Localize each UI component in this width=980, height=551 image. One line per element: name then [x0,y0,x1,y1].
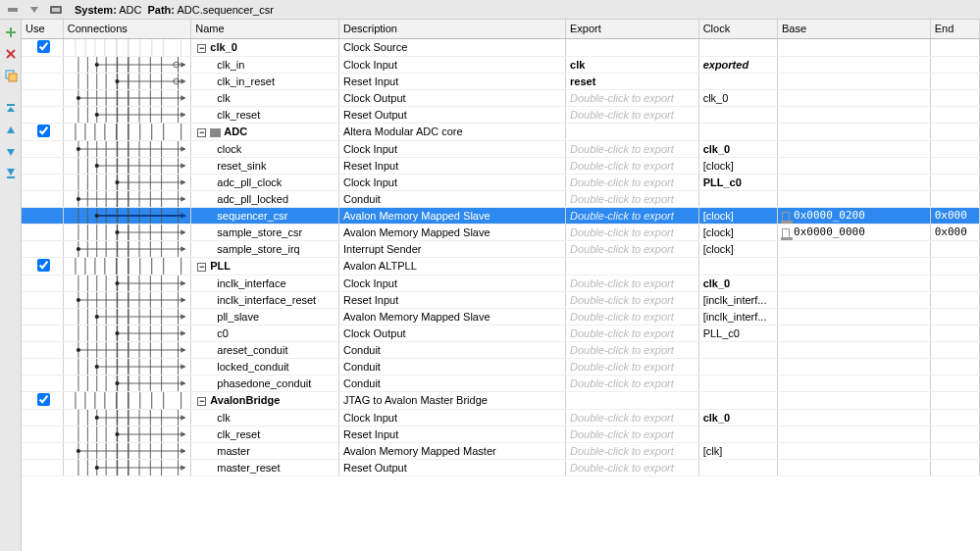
col-use[interactable]: Use [22,20,63,38]
export-cell[interactable] [566,391,699,409]
name-cell[interactable]: locked_conduit [191,358,339,375]
connections-cell[interactable] [63,308,191,325]
col-connections[interactable]: Connections [63,20,191,38]
interface-row[interactable]: areset_conduitConduitDouble-click to exp… [22,341,980,358]
use-cell[interactable] [22,106,63,123]
use-cell[interactable] [22,391,63,409]
remove-button[interactable] [2,45,20,63]
use-cell[interactable] [22,140,63,157]
clock-cell[interactable] [698,375,777,391]
name-cell[interactable]: c0 [191,325,339,341]
export-cell[interactable] [566,257,699,275]
use-cell[interactable] [22,308,63,325]
clock-cell[interactable] [698,190,777,207]
interface-row[interactable]: inclk_interface_resetReset InputDouble-c… [22,291,980,308]
connections-cell[interactable] [63,89,191,106]
use-cell[interactable] [22,174,63,190]
interface-row[interactable]: clk_resetReset InputDouble-click to expo… [22,426,980,442]
base-cell[interactable] [778,257,931,275]
export-cell[interactable]: Double-click to export [566,275,699,291]
name-cell[interactable]: inclk_interface_reset [191,291,339,308]
connections-cell[interactable] [63,325,191,341]
base-cell[interactable] [778,341,931,358]
clock-cell[interactable]: clk_0 [698,275,777,291]
export-cell[interactable]: Double-click to export [566,358,699,375]
name-cell[interactable]: reset_sink [191,157,339,174]
use-cell[interactable] [22,207,63,224]
name-cell[interactable]: areset_conduit [191,341,339,358]
move-up-button[interactable] [2,122,20,139]
collapse-all-button[interactable] [4,1,22,19]
clock-cell[interactable] [698,358,777,375]
system-table[interactable]: Use Connections Name Description Export … [22,20,980,551]
clock-cell[interactable] [698,106,777,123]
name-cell[interactable]: phasedone_conduit [191,375,339,391]
use-cell[interactable] [22,190,63,207]
col-base[interactable]: Base [778,20,931,38]
name-cell[interactable]: clk_in [191,56,339,73]
clock-cell[interactable]: [clock] [698,207,777,224]
clock-cell[interactable]: [clock] [698,157,777,174]
use-cell[interactable] [22,157,63,174]
base-cell[interactable] [778,106,931,123]
base-cell[interactable] [778,240,931,257]
base-cell[interactable] [778,174,931,190]
name-cell[interactable]: adc_pll_locked [191,190,339,207]
interface-row[interactable]: clk_resetReset OutputDouble-click to exp… [22,106,980,123]
add-button[interactable] [2,24,20,41]
base-cell[interactable] [778,459,931,476]
use-checkbox[interactable] [37,393,50,406]
base-cell[interactable] [778,325,931,341]
clock-cell[interactable] [698,459,777,476]
export-cell[interactable] [566,38,699,56]
name-cell[interactable]: clk_in_reset [191,73,339,89]
use-cell[interactable] [22,325,63,341]
base-cell[interactable] [778,140,931,157]
use-cell[interactable] [22,275,63,291]
base-cell[interactable] [778,123,931,140]
interface-row[interactable]: clkClock InputDouble-click to exportclk_… [22,409,980,426]
connections-cell[interactable] [63,56,191,73]
col-description[interactable]: Description [338,20,565,38]
use-cell[interactable] [22,409,63,426]
use-cell[interactable] [22,375,63,391]
connections-cell[interactable] [63,442,191,459]
export-cell[interactable]: Double-click to export [566,106,699,123]
col-end[interactable]: End [930,20,979,38]
interface-row[interactable]: locked_conduitConduitDouble-click to exp… [22,358,980,375]
base-cell[interactable] [778,442,931,459]
move-top-button[interactable] [2,100,20,118]
export-cell[interactable]: Double-click to export [566,291,699,308]
name-cell[interactable]: clk_reset [191,106,339,123]
name-cell[interactable]: −clk_0 [191,38,339,56]
use-cell[interactable] [22,73,63,89]
clock-cell[interactable]: clk_0 [698,409,777,426]
name-cell[interactable]: clk_reset [191,426,339,442]
clock-cell[interactable]: [inclk_interf... [698,291,777,308]
export-cell[interactable]: Double-click to export [566,308,699,325]
collapse-icon[interactable]: − [197,128,206,137]
interface-row[interactable]: clk_inClock Inputclkexported [22,56,980,73]
export-cell[interactable]: Double-click to export [566,157,699,174]
clock-cell[interactable]: PLL_c0 [698,174,777,190]
base-cell[interactable]: 0x0000_0000 [778,224,931,240]
clock-cell[interactable]: [clock] [698,224,777,240]
base-cell[interactable] [778,38,931,56]
name-cell[interactable]: −PLL [191,257,339,275]
interface-row[interactable]: phasedone_conduitConduitDouble-click to … [22,375,980,391]
connections-cell[interactable] [63,207,191,224]
base-cell[interactable]: 0x0000_0200 [778,207,931,224]
clock-cell[interactable] [698,391,777,409]
use-checkbox[interactable] [37,40,50,53]
connections-cell[interactable] [63,391,191,409]
use-cell[interactable] [22,123,63,140]
move-down-button[interactable] [2,143,20,161]
use-checkbox[interactable] [37,259,50,272]
interface-row[interactable]: sample_store_irqInterrupt SenderDouble-c… [22,240,980,257]
duplicate-button[interactable] [2,67,20,84]
connections-cell[interactable] [63,409,191,426]
export-cell[interactable] [566,123,699,140]
use-cell[interactable] [22,358,63,375]
export-cell[interactable]: Double-click to export [566,89,699,106]
base-cell[interactable] [778,73,931,89]
